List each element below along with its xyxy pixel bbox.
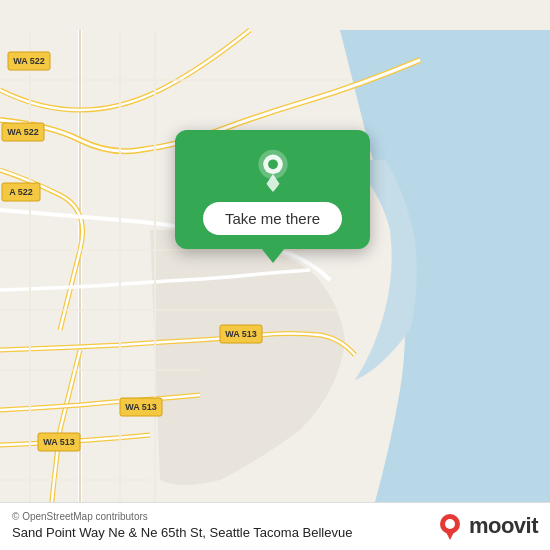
address-section: © OpenStreetMap contributors Sand Point … <box>12 511 352 540</box>
map-container: WA 522 WA 522 A 522 WA 513 WA 513 WA 513 <box>0 0 550 550</box>
svg-text:WA 522: WA 522 <box>7 127 39 137</box>
svg-point-26 <box>445 519 455 529</box>
osm-credit: © OpenStreetMap contributors <box>12 511 352 522</box>
moovit-brand-text: moovit <box>469 513 538 539</box>
location-pin-icon <box>251 148 295 192</box>
svg-marker-27 <box>446 532 454 540</box>
svg-point-24 <box>268 159 278 169</box>
popup-card: Take me there <box>175 130 370 249</box>
moovit-logo: moovit <box>436 512 538 540</box>
svg-text:WA 513: WA 513 <box>125 402 157 412</box>
take-me-there-button[interactable]: Take me there <box>203 202 342 235</box>
map-svg: WA 522 WA 522 A 522 WA 513 WA 513 WA 513 <box>0 0 550 550</box>
app-container: WA 522 WA 522 A 522 WA 513 WA 513 WA 513 <box>0 0 550 550</box>
bottom-info-bar: © OpenStreetMap contributors Sand Point … <box>0 502 550 550</box>
svg-text:WA 513: WA 513 <box>225 329 257 339</box>
moovit-pin-icon <box>436 512 464 540</box>
svg-text:WA 513: WA 513 <box>43 437 75 447</box>
address-text: Sand Point Way Ne & Ne 65th St, Seattle … <box>12 525 352 540</box>
map-background: WA 522 WA 522 A 522 WA 513 WA 513 WA 513 <box>0 0 550 550</box>
svg-text:WA 522: WA 522 <box>13 56 45 66</box>
svg-text:A 522: A 522 <box>9 187 33 197</box>
